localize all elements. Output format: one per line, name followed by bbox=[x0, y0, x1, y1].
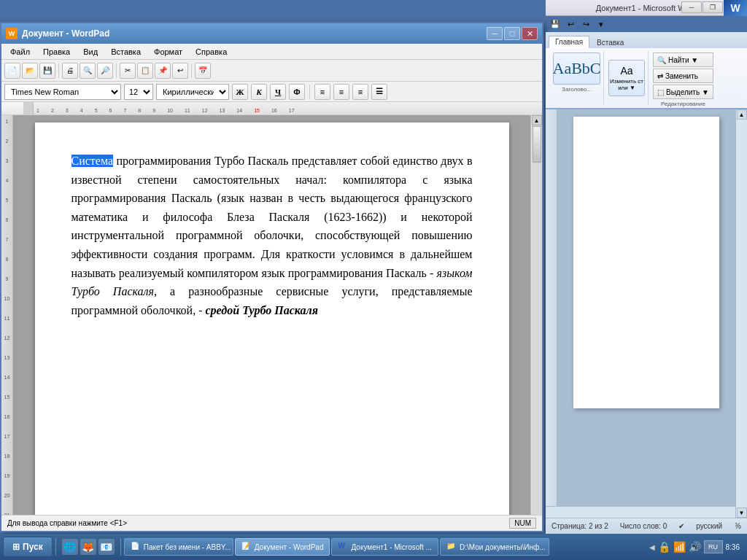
word-win-label: Документ1 - Microsoft ... bbox=[351, 543, 431, 551]
style-gallery-btn[interactable]: AaBbC bbox=[553, 52, 600, 85]
document-text[interactable]: Система программирования Турбо Паскаль п… bbox=[71, 152, 473, 319]
menu-file[interactable]: Файл bbox=[4, 46, 36, 58]
select-btn[interactable]: ⬚ Выделить ▼ bbox=[653, 85, 713, 99]
find-btn[interactable]: 🔍 Найти ▼ bbox=[653, 52, 713, 67]
wordpad-menubar: Файл Правка Вид Вставка Формат Справка bbox=[1, 44, 542, 60]
left-vertical-ruler: 1234567891011121314151617181920212223242… bbox=[1, 115, 13, 528]
bold-btn[interactable]: Ж bbox=[232, 84, 248, 100]
tab-insert[interactable]: Вставка bbox=[590, 36, 630, 48]
word-bottom-scrollbar[interactable] bbox=[546, 506, 735, 518]
word-doc-page bbox=[573, 117, 719, 408]
word-right-scrollbar[interactable]: ▲ ▼ bbox=[735, 109, 747, 518]
explorer-win-label: D:\Мои документы\Инф... bbox=[460, 543, 546, 551]
taskbar-windows: 📄 Пакет без имени - ABBY... 📝 Документ -… bbox=[124, 538, 643, 556]
wordpad-close-btn[interactable]: ✕ bbox=[522, 27, 538, 40]
start-label: Пуск bbox=[23, 542, 43, 552]
vertical-scrollbar[interactable]: ▲ ▼ bbox=[530, 115, 542, 528]
change-styles-btn[interactable]: Aa Изменить стили ▼ bbox=[608, 60, 645, 96]
page-container[interactable]: Система программирования Турбо Паскаль п… bbox=[13, 115, 530, 528]
word-doc-area bbox=[546, 109, 747, 534]
qa-dropdown-btn[interactable]: ▾ bbox=[595, 18, 608, 30]
align-center-btn[interactable]: ≡ bbox=[333, 84, 349, 100]
charset-selector[interactable]: Кириллический bbox=[156, 84, 229, 100]
editing-group: 🔍 Найти ▼ ⇄ Заменить ⬚ Выделить ▼ Редакт… bbox=[650, 51, 716, 105]
ruler-content: 1234567891011121314151617 bbox=[34, 102, 542, 114]
size-selector[interactable]: 12 bbox=[124, 84, 153, 100]
copy-btn[interactable]: 📋 bbox=[137, 63, 153, 79]
system-tray: ◀ 🔒 📶 🔊 RU 8:36 bbox=[645, 540, 744, 553]
underline-btn[interactable]: Ч bbox=[270, 84, 286, 100]
tab-home[interactable]: Главная bbox=[549, 36, 589, 48]
ruler-numbers: 1234567891011121314151617 bbox=[34, 108, 295, 114]
special-btn[interactable]: Ф bbox=[289, 84, 305, 100]
wordpad-ruler: 1234567891011121314151617 bbox=[1, 102, 542, 115]
toolbar-sep-1 bbox=[58, 63, 59, 78]
word-minimize-btn[interactable]: ─ bbox=[681, 1, 702, 13]
word-win-icon: W bbox=[338, 542, 348, 552]
taskbar: ⊞ Пуск 🌐 🦊 📧 📄 Пакет без имени - ABBY...… bbox=[0, 534, 747, 560]
start-button[interactable]: ⊞ Пуск bbox=[3, 537, 53, 557]
print-btn[interactable]: 🖨 bbox=[62, 63, 78, 79]
find-btn[interactable]: 🔎 bbox=[97, 63, 113, 79]
menu-help[interactable]: Справка bbox=[190, 46, 233, 58]
menu-insert[interactable]: Вставка bbox=[105, 46, 147, 58]
wordpad-win-label: Документ - WordPad bbox=[255, 543, 324, 551]
ql-email-icon[interactable]: 📧 bbox=[98, 539, 115, 555]
menu-view[interactable]: Вид bbox=[77, 46, 104, 58]
date-btn[interactable]: 📅 bbox=[195, 63, 211, 79]
taskbar-div-2 bbox=[120, 538, 121, 556]
ruler-corner bbox=[23, 102, 34, 114]
paste-btn[interactable]: 📌 bbox=[155, 63, 171, 79]
replace-btn[interactable]: ⇄ Заменить bbox=[653, 69, 713, 83]
undo-btn[interactable]: ↩ bbox=[172, 63, 188, 79]
word-lang: русский bbox=[696, 522, 722, 530]
language-indicator[interactable]: RU bbox=[704, 540, 723, 553]
scrollbar-thumb[interactable] bbox=[533, 126, 541, 163]
taskbar-win-explorer[interactable]: 📁 D:\Мои документы\Инф... bbox=[440, 538, 549, 556]
scrollbar-track[interactable] bbox=[532, 125, 542, 518]
word-scroll-up[interactable]: ▲ bbox=[737, 109, 747, 120]
taskbar-win-word[interactable]: W Документ1 - Microsoft ... bbox=[331, 538, 438, 556]
scroll-up-btn[interactable]: ▲ bbox=[532, 115, 542, 125]
new-btn[interactable]: 📄 bbox=[4, 63, 20, 79]
tray-wifi-icon: 📶 bbox=[673, 541, 686, 553]
abby-win-icon: 📄 bbox=[131, 542, 141, 552]
qa-save-btn[interactable]: 💾 bbox=[549, 18, 562, 30]
taskbar-win-abby[interactable]: 📄 Пакет без имени - ABBY... bbox=[124, 538, 233, 556]
word-ribbon-body: AaBbC Заголово... Aa Изменить стили ▼ 🔍 … bbox=[546, 48, 747, 109]
align-left-btn[interactable]: ≡ bbox=[314, 84, 330, 100]
wordpad-maximize-btn[interactable]: □ bbox=[504, 27, 520, 40]
menu-format[interactable]: Формат bbox=[148, 46, 188, 58]
list-btn[interactable]: ☰ bbox=[371, 84, 387, 100]
ql-firefox-icon[interactable]: 🦊 bbox=[80, 539, 96, 555]
align-right-btn[interactable]: ≡ bbox=[352, 84, 368, 100]
wordpad-app-icon: W bbox=[6, 28, 18, 39]
toolbar-sep-2 bbox=[116, 63, 117, 78]
quick-launch: 🌐 🦊 📧 bbox=[59, 539, 117, 555]
wordpad-win-icon: 📝 bbox=[241, 542, 252, 552]
word-scroll-down[interactable]: ▼ bbox=[737, 508, 747, 518]
taskbar-win-wordpad[interactable]: 📝 Документ - WordPad bbox=[235, 538, 330, 556]
qa-undo-btn[interactable]: ↩ bbox=[564, 18, 577, 30]
ql-browser-icon[interactable]: 🌐 bbox=[62, 539, 78, 555]
wordpad-document-area: 1234567891011121314151617181920212223242… bbox=[1, 115, 542, 528]
explorer-win-icon: 📁 bbox=[446, 542, 457, 552]
tray-expand-btn[interactable]: ◀ bbox=[649, 543, 655, 551]
word-statusbar: Страница: 2 из 2 Число слов: 0 ✔ русский bbox=[546, 518, 735, 534]
taskbar-div-1 bbox=[55, 538, 56, 556]
word-restore-btn[interactable]: ❐ bbox=[703, 1, 723, 13]
wordpad-statusbar: Для вывода справки нажмите <F1> NUM bbox=[1, 515, 542, 531]
wordpad-minimize-btn[interactable]: ─ bbox=[487, 27, 503, 40]
open-btn[interactable]: 📂 bbox=[22, 63, 38, 79]
word-left-ruler bbox=[546, 109, 557, 518]
wordpad-title-controls: ─ □ ✕ bbox=[487, 27, 538, 40]
menu-edit[interactable]: Правка bbox=[37, 46, 76, 58]
cut-btn[interactable]: ✂ bbox=[120, 63, 136, 79]
word2007-titlebar: Документ1 - Microsoft Word ─ ❐ ✕ bbox=[546, 0, 747, 16]
font-selector[interactable]: Times New Roman bbox=[4, 84, 121, 100]
save-btn[interactable]: 💾 bbox=[39, 63, 55, 79]
format-sep bbox=[309, 85, 310, 99]
qa-redo-btn[interactable]: ↪ bbox=[579, 18, 592, 30]
preview-btn[interactable]: 🔍 bbox=[80, 63, 96, 79]
italic-btn[interactable]: К bbox=[251, 84, 267, 100]
